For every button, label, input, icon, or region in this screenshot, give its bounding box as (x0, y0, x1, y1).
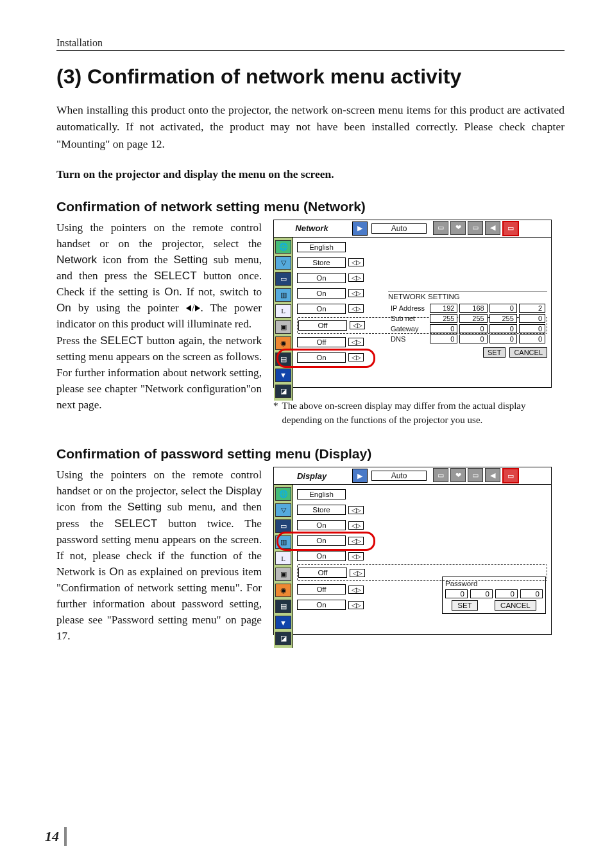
osd-field[interactable]: English (297, 242, 346, 252)
arrow-stepper[interactable]: ◁▷ (348, 506, 364, 514)
osd-tab[interactable]: ❤ (450, 468, 466, 482)
ip-cell[interactable]: 192 (430, 304, 457, 313)
down-icon[interactable]: ▼ (275, 369, 291, 382)
ip-cell[interactable]: 255 (430, 314, 457, 323)
network-icon[interactable]: ▤ (275, 352, 291, 366)
row-label: IP Address (390, 304, 428, 313)
plug-icon[interactable]: ▣ (275, 568, 291, 581)
arrow-stepper[interactable]: ◁▷ (348, 537, 364, 545)
l-icon[interactable]: L (275, 304, 291, 318)
kw-select: SELECT (114, 517, 157, 530)
ip-cell[interactable]: 0 (519, 314, 545, 323)
ip-cell[interactable]: 2 (519, 304, 545, 313)
triangle-icon[interactable]: ▽ (275, 503, 291, 517)
arrow-stepper[interactable]: ◁▷ (348, 273, 364, 282)
osd-field[interactable]: Store (297, 505, 346, 515)
arrow-stepper[interactable]: ◁▷ (348, 586, 364, 594)
down-icon[interactable]: ▼ (275, 616, 291, 629)
network-heading: Confirmation of network setting menu (Ne… (56, 199, 565, 214)
osd-tabs: ▭ ❤ ▭ ◀ ▭ (433, 221, 519, 236)
arrow-stepper[interactable]: ◁▷ (350, 321, 365, 329)
osd-field[interactable]: On (297, 304, 346, 314)
osd-tab[interactable]: ▭ (433, 221, 448, 235)
sound-icon[interactable]: ◉ (275, 584, 291, 597)
osd-tab-selected[interactable]: ▭ (502, 221, 519, 236)
ip-cell[interactable]: 255 (489, 314, 517, 323)
pwd-cell[interactable]: 0 (495, 589, 518, 598)
arrow-stepper[interactable]: ◁▷ (348, 353, 364, 361)
sound-icon[interactable]: ◉ (275, 336, 291, 350)
ip-cell[interactable]: 168 (459, 304, 487, 313)
osd-tab[interactable]: ◀ (485, 468, 500, 482)
osd-field[interactable]: Off (298, 568, 347, 578)
globe-icon[interactable]: 🌐 (275, 240, 291, 254)
exit-icon[interactable]: ◪ (275, 632, 291, 645)
arrow-stepper[interactable]: ◁▷ (348, 601, 364, 609)
row-label: Gateway (390, 324, 428, 333)
ip-cell[interactable]: 0 (489, 324, 517, 333)
osd-auto[interactable]: Auto (371, 471, 427, 481)
osd-header-icon[interactable]: ▶ (352, 221, 368, 236)
osd-auto[interactable]: Auto (371, 223, 427, 234)
plug-icon[interactable]: ▣ (275, 320, 291, 334)
arrow-stepper[interactable]: ◁▷ (350, 569, 365, 577)
osd-tab[interactable]: ▭ (468, 221, 483, 235)
display-section: Using the pointers on the remote control… (56, 467, 565, 644)
osd-field[interactable]: Off (298, 320, 347, 331)
osd-tab[interactable]: ◀ (485, 221, 500, 235)
osd-field[interactable]: On (297, 520, 346, 530)
display-icon[interactable]: ▥ (275, 535, 291, 549)
display-osd: Display ▶ Auto ▭ ❤ ▭ ◀ ▭ 🌐 ▽ ▭ (273, 467, 552, 635)
ip-cell[interactable]: 0 (519, 334, 545, 343)
osd-tab-selected[interactable]: ▭ (502, 468, 519, 483)
osd-tabs: ▭ ❤ ▭ ◀ ▭ (433, 468, 519, 483)
ip-cell[interactable]: 0 (459, 324, 487, 333)
rect-icon[interactable]: ▭ (275, 519, 291, 533)
l-icon[interactable]: L (275, 551, 291, 565)
triangle-icon[interactable]: ▽ (275, 256, 291, 270)
osd-field[interactable]: On (297, 551, 346, 561)
ip-cell[interactable]: 255 (459, 314, 487, 323)
network-osd: Network ▶ Auto ▭ ❤ ▭ ◀ ▭ 🌐 ▽ ▭ (273, 220, 552, 388)
ip-cell[interactable]: 0 (519, 324, 545, 333)
ip-cell[interactable]: 0 (489, 334, 517, 343)
arrow-stepper[interactable]: ◁▷ (348, 521, 364, 530)
osd-field[interactable]: On (297, 288, 346, 299)
osd-tab[interactable]: ▭ (433, 468, 448, 482)
osd-field-highlight[interactable]: On (297, 352, 346, 363)
set-button[interactable]: SET (483, 347, 506, 358)
cancel-button[interactable]: CANCEL (509, 347, 547, 358)
osd-field[interactable]: English (297, 489, 346, 499)
pwd-cell[interactable]: 0 (445, 589, 468, 598)
ip-cell[interactable]: 0 (489, 304, 517, 313)
osd-tab[interactable]: ▭ (468, 468, 483, 482)
arrow-stepper[interactable]: ◁▷ (348, 338, 364, 346)
osd-field[interactable]: Off (297, 337, 346, 347)
ip-cell[interactable]: 0 (430, 324, 457, 333)
network-icon[interactable]: ▤ (275, 600, 291, 613)
osd-field[interactable]: On (297, 273, 346, 283)
arrow-stepper[interactable]: ◁▷ (348, 258, 364, 266)
osd-field[interactable]: Store (297, 257, 346, 268)
arrow-stepper[interactable]: ◁▷ (348, 304, 364, 313)
rect-icon[interactable]: ▭ (275, 272, 291, 286)
pwd-cell[interactable]: 0 (520, 589, 543, 598)
osd-field[interactable]: On (297, 600, 346, 610)
arrow-stepper[interactable]: ◁▷ (348, 289, 364, 297)
osd-field-highlight[interactable]: On (297, 535, 346, 546)
cancel-button[interactable]: CANCEL (495, 600, 536, 611)
osd-tab[interactable]: ❤ (450, 221, 466, 235)
osd-header-icon[interactable]: ▶ (352, 469, 368, 483)
set-button[interactable]: SET (452, 600, 477, 611)
osd-field[interactable]: Off (297, 584, 346, 595)
osd-title: Display (274, 471, 350, 481)
globe-icon[interactable]: 🌐 (275, 487, 291, 501)
display-icon[interactable]: ▥ (275, 288, 291, 302)
exit-icon[interactable]: ◪ (275, 385, 291, 398)
ip-cell[interactable]: 0 (459, 334, 487, 343)
display-heading: Confirmation of password setting menu (D… (56, 446, 565, 462)
arrow-stepper[interactable]: ◁▷ (348, 552, 364, 560)
pwd-cell[interactable]: 0 (470, 589, 493, 598)
kw-display: Display (226, 484, 262, 497)
ip-cell[interactable]: 0 (430, 334, 457, 343)
